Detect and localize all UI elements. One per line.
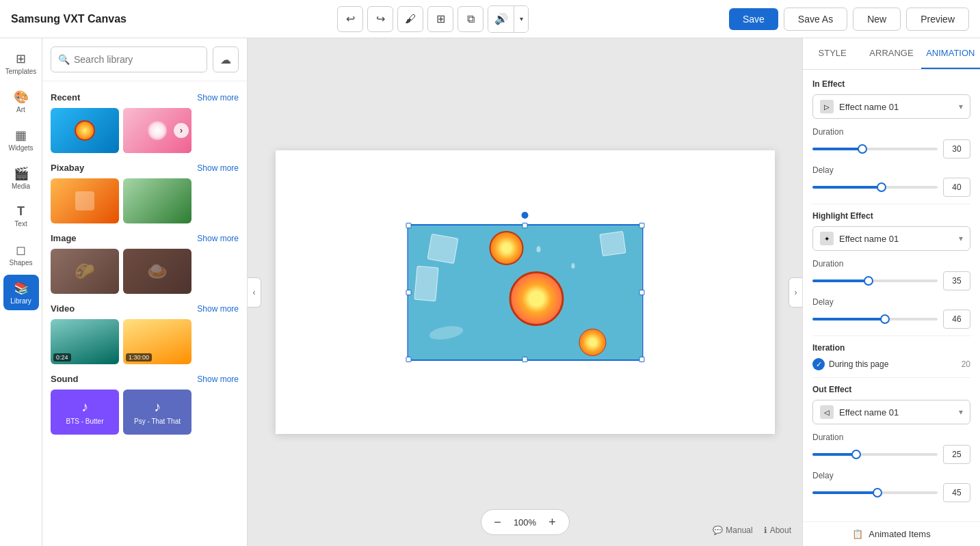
- canvas-frame[interactable]: [276, 150, 775, 434]
- recent-thumb-nav[interactable]: ›: [174, 123, 189, 138]
- tab-arrange[interactable]: ARRANGE: [862, 38, 921, 69]
- zoom-level: 100%: [512, 517, 539, 528]
- food-detail-2: 🍛: [123, 249, 191, 294]
- image-thumb-2[interactable]: 🍛: [123, 249, 191, 294]
- handle-mid-right[interactable]: [639, 290, 644, 295]
- canvas-area: ‹ ›: [248, 38, 802, 546]
- handle-top-left[interactable]: [406, 223, 411, 228]
- highlight-effect-title: Highlight Effect: [812, 211, 970, 221]
- recent-thumbs: ›: [51, 108, 239, 153]
- grid-button[interactable]: ⊞: [427, 6, 453, 32]
- sidebar-item-library[interactable]: 📚 Library: [3, 275, 39, 310]
- handle-mid-left[interactable]: [406, 290, 411, 295]
- in-delay-value[interactable]: 40: [943, 178, 970, 197]
- sidebar-item-widgets[interactable]: ▦ Widgets: [3, 122, 39, 157]
- sound-dropdown-button[interactable]: ▾: [514, 6, 528, 32]
- in-delay-thumb[interactable]: [877, 182, 886, 192]
- panel-collapse-right[interactable]: ›: [789, 277, 802, 308]
- handle-bot-mid[interactable]: [522, 357, 528, 362]
- about-link[interactable]: ℹ About: [764, 525, 791, 535]
- sound-label-psy: Psy - That That: [134, 418, 181, 425]
- save-as-button[interactable]: Save As: [784, 8, 847, 31]
- tab-style[interactable]: STYLE: [803, 38, 862, 69]
- out-effect-dropdown[interactable]: ◁ Effect name 01 ▾: [812, 400, 970, 424]
- out-effect-icon: ◁: [820, 405, 834, 419]
- recent-show-more[interactable]: Show more: [197, 93, 239, 103]
- hl-delay-track[interactable]: [812, 318, 938, 320]
- out-delay-row: Delay 45: [812, 471, 970, 502]
- save-button[interactable]: Save: [729, 8, 778, 30]
- handle-bot-left[interactable]: [406, 357, 411, 362]
- sidebar-item-text[interactable]: T Text: [3, 198, 39, 234]
- out-delay-value[interactable]: 45: [943, 483, 970, 502]
- video-show-more[interactable]: Show more: [197, 304, 239, 314]
- in-duration-track[interactable]: [812, 148, 938, 150]
- recent-thumb-2[interactable]: ›: [123, 108, 191, 153]
- sidebar-label-media: Media: [12, 182, 30, 190]
- sidebar-item-templates[interactable]: ⊞ Templates: [3, 45, 39, 81]
- in-duration-thumb[interactable]: [858, 144, 867, 154]
- canvas-footer: 💬 Manual ℹ About: [713, 525, 791, 535]
- highlight-effect-dropdown[interactable]: ✦ Effect name 01 ▾: [812, 226, 970, 251]
- pixabay-thumb-2[interactable]: [123, 178, 191, 223]
- icon-sidebar: ⊞ Templates 🎨 Art ▦ Widgets 🎬 Media T Te…: [0, 38, 42, 546]
- hl-duration-value[interactable]: 35: [943, 271, 970, 290]
- zoom-out-button[interactable]: −: [490, 514, 506, 530]
- pixabay-thumb-1[interactable]: [51, 178, 119, 223]
- recent-thumb-1[interactable]: [51, 108, 119, 153]
- in-effect-dropdown[interactable]: ▷ Effect name 01 ▾: [812, 94, 970, 119]
- brush-button[interactable]: 🖌: [397, 6, 423, 32]
- hl-delay-thumb[interactable]: [880, 314, 890, 324]
- sound-show-more[interactable]: Show more: [197, 374, 239, 384]
- sidebar-item-media[interactable]: 🎬 Media: [3, 160, 39, 195]
- sound-note-2: ♪: [154, 399, 161, 415]
- sound-item-psy[interactable]: ♪ Psy - That That: [123, 390, 191, 435]
- iteration-check[interactable]: ✓: [812, 358, 825, 370]
- out-delay-track[interactable]: [812, 491, 938, 494]
- zoom-bar: − 100% +: [481, 509, 570, 535]
- zoom-in-button[interactable]: +: [544, 514, 561, 530]
- hl-duration-thumb[interactable]: [864, 276, 873, 286]
- handle-rotate[interactable]: [522, 212, 529, 219]
- search-input[interactable]: [74, 54, 200, 65]
- tab-animation[interactable]: ANIMATION: [921, 38, 980, 69]
- video-section-title: Video: [51, 303, 75, 314]
- out-duration-value[interactable]: 25: [943, 445, 970, 464]
- image-thumb-1[interactable]: 🌮: [51, 249, 119, 294]
- pixabay-show-more[interactable]: Show more: [197, 163, 239, 173]
- handle-bot-right[interactable]: [639, 357, 644, 362]
- hl-duration-track[interactable]: [812, 279, 938, 282]
- animated-items-button[interactable]: 📋 Animated Items: [803, 521, 980, 546]
- preview-button[interactable]: Preview: [906, 8, 969, 31]
- video-thumb-2[interactable]: 1:30:00: [123, 319, 191, 364]
- sound-button[interactable]: 🔊: [488, 6, 514, 32]
- out-delay-label: Delay: [812, 471, 970, 480]
- orange-half-bottom: [579, 329, 607, 356]
- library-panel: 🔍 ☁ Recent Show more: [42, 38, 248, 546]
- cloud-button[interactable]: ☁: [213, 46, 239, 72]
- out-duration-thumb[interactable]: [851, 450, 861, 459]
- out-duration-label: Duration: [812, 433, 970, 442]
- manual-link[interactable]: 💬 Manual: [713, 525, 752, 535]
- handle-top-mid[interactable]: [522, 223, 528, 228]
- undo-button[interactable]: ↩: [337, 6, 363, 32]
- handle-top-right[interactable]: [639, 223, 644, 228]
- recent-section-title: Recent: [51, 92, 80, 103]
- selected-element[interactable]: [407, 224, 643, 361]
- image-content: [408, 226, 641, 359]
- sound-item-bts[interactable]: ♪ BTS - Butter: [51, 390, 119, 435]
- sidebar-item-art[interactable]: 🎨 Art: [3, 83, 39, 119]
- layers-button[interactable]: ⧉: [458, 6, 484, 32]
- image-show-more[interactable]: Show more: [197, 234, 239, 243]
- in-delay-track[interactable]: [812, 186, 938, 189]
- redo-button[interactable]: ↪: [367, 6, 393, 32]
- in-duration-value[interactable]: 30: [943, 139, 970, 159]
- panel-collapse-left[interactable]: ‹: [248, 277, 261, 308]
- out-delay-thumb[interactable]: [873, 488, 882, 497]
- video-thumb-1[interactable]: 0:24: [51, 319, 119, 364]
- sidebar-item-shapes[interactable]: ◻ Shapes: [3, 236, 39, 272]
- hl-delay-value[interactable]: 46: [943, 310, 970, 329]
- new-button[interactable]: New: [853, 8, 901, 31]
- out-duration-track[interactable]: [812, 453, 938, 456]
- iteration-row: Iteration: [812, 343, 970, 353]
